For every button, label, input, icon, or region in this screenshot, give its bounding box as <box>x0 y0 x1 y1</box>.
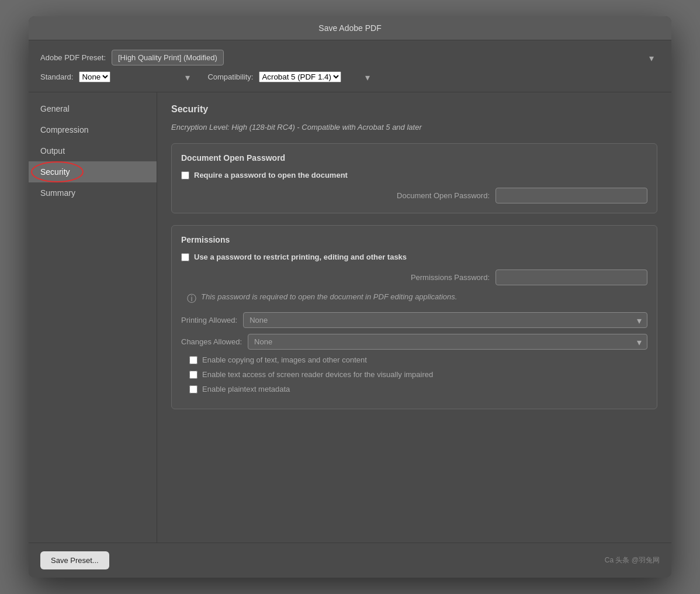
main-content: General Compression Output Security Summ… <box>29 92 671 543</box>
restrict-permissions-checkbox[interactable] <box>181 253 189 261</box>
permissions-panel-title: Permissions <box>181 235 647 244</box>
standard-label: Standard: <box>40 72 73 81</box>
second-row: Standard: None Compatibility: Acrobat 5 … <box>40 71 660 82</box>
screen-reader-row: Enable text access of screen reader devi… <box>181 370 647 379</box>
sidebar: General Compression Output Security Summ… <box>29 92 157 543</box>
sidebar-item-summary[interactable]: Summary <box>29 182 157 203</box>
printing-allowed-row: Printing Allowed: None <box>181 312 647 328</box>
require-password-row: Require a password to open the document <box>181 171 647 179</box>
info-icon: ⓘ <box>187 293 196 305</box>
save-preset-button[interactable]: Save Preset... <box>40 551 109 569</box>
require-password-checkbox[interactable] <box>181 171 189 179</box>
changes-allowed-select-wrapper: None <box>248 334 647 350</box>
plaintext-checkbox[interactable] <box>189 385 197 393</box>
preset-select[interactable]: [High Quality Print] (Modified) <box>112 50 224 65</box>
compatibility-select-wrapper: Acrobat 5 (PDF 1.4) <box>259 71 376 82</box>
doc-password-label: Document Open Password: <box>397 191 490 200</box>
permissions-password-input[interactable] <box>495 270 647 285</box>
save-pdf-dialog: Save Adobe PDF Adobe PDF Preset: [High Q… <box>29 16 671 578</box>
document-open-password-panel: Document Open Password Require a passwor… <box>171 143 657 213</box>
printing-allowed-label: Printing Allowed: <box>181 316 237 324</box>
top-section: Adobe PDF Preset: [High Quality Print] (… <box>29 40 671 92</box>
compatibility-group: Compatibility: Acrobat 5 (PDF 1.4) <box>207 71 376 82</box>
preset-row: Adobe PDF Preset: [High Quality Print] (… <box>40 50 660 65</box>
watermark: Ca 头条 @羽兔网 <box>605 555 660 565</box>
footer: Save Preset... Ca 头条 @羽兔网 <box>29 543 671 578</box>
sidebar-item-general[interactable]: General <box>29 98 157 119</box>
permissions-password-label: Permissions Password: <box>411 273 490 282</box>
standard-select[interactable]: None <box>79 71 110 82</box>
sidebar-item-compression[interactable]: Compression <box>29 119 157 140</box>
doc-password-field-row: Document Open Password: <box>181 188 647 203</box>
copy-text-label[interactable]: Enable copying of text, images and other… <box>202 355 367 364</box>
compatibility-select[interactable]: Acrobat 5 (PDF 1.4) <box>259 71 341 82</box>
changes-allowed-select[interactable]: None <box>248 334 647 350</box>
security-section-title: Security <box>171 104 657 115</box>
screen-reader-checkbox[interactable] <box>189 371 197 379</box>
dialog-title-bar: Save Adobe PDF <box>29 16 671 40</box>
plaintext-label[interactable]: Enable plaintext metadata <box>202 385 290 393</box>
changes-allowed-label: Changes Allowed: <box>181 337 242 346</box>
preset-select-wrapper: [High Quality Print] (Modified) <box>112 50 660 65</box>
standard-select-wrapper: None <box>79 71 196 82</box>
printing-allowed-select[interactable]: None <box>243 312 647 328</box>
copy-text-checkbox[interactable] <box>189 356 197 364</box>
encryption-info: Encryption Level: High (128-bit RC4) - C… <box>171 123 657 132</box>
printing-allowed-select-wrapper: None <box>243 312 647 328</box>
sidebar-item-security[interactable]: Security <box>29 161 157 182</box>
sidebar-item-output[interactable]: Output <box>29 140 157 161</box>
preset-label: Adobe PDF Preset: <box>40 53 106 62</box>
permissions-panel: Permissions Use a password to restrict p… <box>171 225 657 409</box>
require-password-label[interactable]: Require a password to open the document <box>194 171 348 179</box>
permissions-password-row: Permissions Password: <box>181 270 647 285</box>
screen-reader-label[interactable]: Enable text access of screen reader devi… <box>202 370 433 379</box>
info-note: ⓘ This password is required to open the … <box>181 292 647 305</box>
restrict-permissions-label[interactable]: Use a password to restrict printing, edi… <box>194 253 407 261</box>
copy-text-row: Enable copying of text, images and other… <box>181 355 647 364</box>
compatibility-label: Compatibility: <box>207 72 253 81</box>
info-note-text: This password is required to open the do… <box>201 292 457 301</box>
doc-password-input[interactable] <box>495 188 647 203</box>
plaintext-row: Enable plaintext metadata <box>181 385 647 393</box>
changes-allowed-row: Changes Allowed: None <box>181 334 647 350</box>
restrict-password-row: Use a password to restrict printing, edi… <box>181 253 647 261</box>
document-panel-title: Document Open Password <box>181 153 647 163</box>
content-area: Security Encryption Level: High (128-bit… <box>157 92 671 543</box>
dialog-title: Save Adobe PDF <box>318 23 381 33</box>
standard-group: Standard: None <box>40 71 196 82</box>
